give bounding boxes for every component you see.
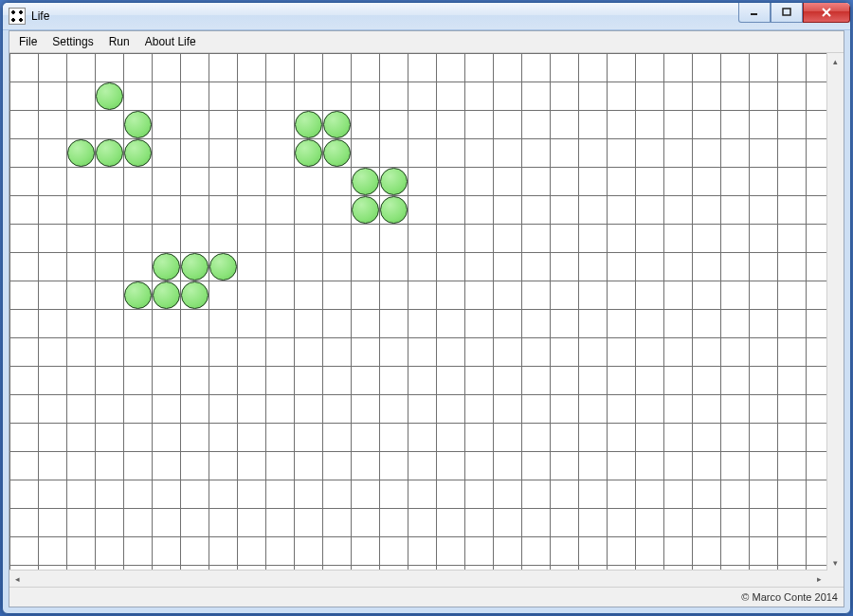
window-title: Life — [31, 9, 49, 23]
live-cell[interactable] — [96, 139, 123, 167]
menu-file[interactable]: File — [11, 33, 45, 50]
minimize-button[interactable] — [738, 3, 771, 23]
app-icon — [9, 8, 26, 25]
scroll-left-arrow-icon[interactable]: ◂ — [9, 571, 26, 587]
scroll-up-arrow-icon[interactable]: ▴ — [827, 53, 844, 69]
menubar: File Settings Run About Life — [9, 31, 844, 53]
live-cell[interactable] — [352, 168, 379, 195]
copyright-text: © Marco Conte 2014 — [741, 591, 838, 603]
close-button[interactable] — [803, 3, 850, 23]
live-cell[interactable] — [153, 281, 180, 309]
app-window: Life File Settings Run About Life ▴ — [2, 2, 851, 614]
menu-about[interactable]: About Life — [137, 33, 204, 50]
client-area: File Settings Run About Life ▴ ▾ ◂ ▸ © M… — [9, 30, 844, 607]
maximize-button[interactable] — [771, 3, 803, 23]
close-icon — [821, 8, 832, 17]
window-controls — [738, 3, 850, 23]
menu-settings[interactable]: Settings — [45, 33, 100, 50]
live-cell[interactable] — [181, 281, 209, 309]
live-cell[interactable] — [352, 196, 379, 224]
live-cell[interactable] — [153, 253, 180, 281]
live-cell[interactable] — [96, 82, 123, 110]
live-cell[interactable] — [124, 139, 152, 167]
live-cell[interactable] — [380, 196, 408, 224]
titlebar[interactable]: Life — [3, 3, 850, 30]
svg-rect-1 — [783, 9, 790, 15]
live-cell[interactable] — [209, 253, 237, 281]
live-cell[interactable] — [124, 111, 152, 138]
maximize-icon — [782, 8, 791, 17]
grid-viewport: ▴ ▾ ◂ ▸ — [9, 53, 844, 587]
live-cell[interactable] — [295, 111, 322, 138]
minimize-icon — [750, 8, 759, 17]
menu-run[interactable]: Run — [101, 33, 137, 50]
grid-canvas[interactable] — [9, 53, 827, 571]
live-cell[interactable] — [323, 139, 351, 167]
live-cell[interactable] — [380, 168, 408, 195]
live-cell[interactable] — [181, 253, 209, 281]
live-cell[interactable] — [67, 139, 95, 167]
horizontal-scrollbar[interactable]: ◂ ▸ — [9, 570, 827, 587]
live-cell[interactable] — [295, 139, 322, 167]
live-cell[interactable] — [323, 111, 351, 138]
scroll-right-arrow-icon[interactable]: ▸ — [811, 571, 827, 587]
vertical-scrollbar[interactable]: ▴ ▾ — [826, 53, 844, 571]
scroll-down-arrow-icon[interactable]: ▾ — [827, 554, 844, 571]
scrollbar-corner — [827, 571, 844, 587]
live-cell[interactable] — [124, 281, 152, 309]
statusbar: © Marco Conte 2014 — [9, 587, 844, 607]
